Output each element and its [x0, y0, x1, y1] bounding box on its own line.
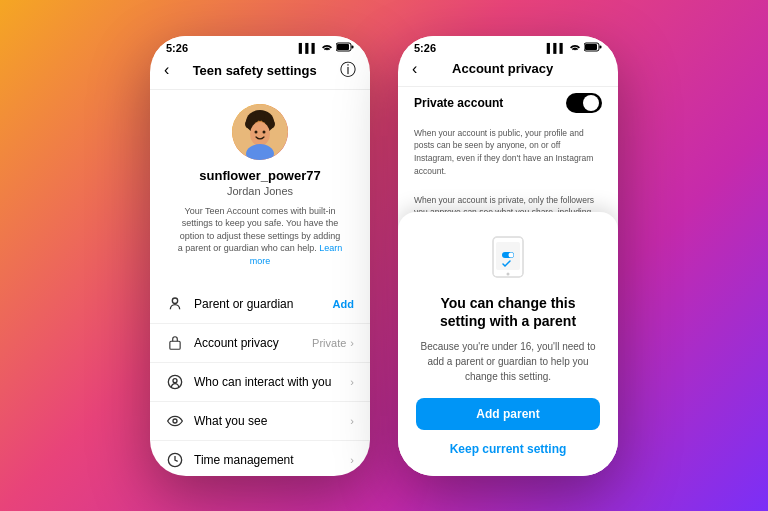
chevron-icon-see: ›	[350, 415, 354, 427]
private-account-toggle[interactable]	[566, 93, 602, 113]
teen-notice: Your Teen Account comes with built-in se…	[166, 205, 354, 268]
person-icon	[166, 295, 184, 313]
chevron-icon-privacy: ›	[350, 337, 354, 349]
svg-point-15	[172, 298, 177, 303]
interact-icon	[166, 373, 184, 391]
screen1-content: sunflower_power77 Jordan Jones Your Teen…	[150, 90, 370, 476]
chevron-icon-interact: ›	[350, 376, 354, 388]
svg-point-37	[507, 273, 510, 276]
svg-point-18	[173, 379, 177, 383]
avatar	[232, 104, 288, 160]
toggle-row: Private account	[398, 87, 618, 117]
status-bar-2: 5:26 ▌▌▌	[398, 36, 618, 56]
svg-point-19	[173, 419, 177, 423]
chevron-icon-time: ›	[350, 454, 354, 466]
status-icons-2: ▌▌▌	[547, 42, 602, 54]
svg-rect-30	[585, 44, 597, 50]
menu-label-parent: Parent or guardian	[194, 297, 293, 311]
svg-rect-1	[337, 44, 349, 50]
menu-item-time[interactable]: Time management ›	[150, 441, 370, 475]
status-icons-1: ▌▌▌	[299, 42, 354, 54]
wifi-icon	[321, 42, 333, 54]
modal-title: You can change this setting with a paren…	[416, 294, 600, 330]
screen-header-1: ‹ Teen safety settings ⓘ	[150, 56, 370, 90]
privacy-value: Private	[312, 337, 346, 349]
menu-label-see: What you see	[194, 414, 267, 428]
username-label: sunflower_power77	[199, 168, 320, 183]
phone-1: 5:26 ▌▌▌ ‹ Teen safety settings ⓘ	[150, 36, 370, 476]
back-button-2[interactable]: ‹	[412, 60, 417, 78]
menu-label-privacy: Account privacy	[194, 336, 279, 350]
battery-icon-2	[584, 42, 602, 54]
menu-list: Parent or guardian Add Account privacy	[150, 285, 370, 475]
svg-point-11	[250, 122, 270, 146]
menu-item-privacy[interactable]: Account privacy Private ›	[150, 324, 370, 363]
svg-point-12	[255, 130, 258, 133]
info-button-1[interactable]: ⓘ	[340, 60, 356, 81]
status-time-1: 5:26	[166, 42, 188, 54]
svg-point-10	[255, 111, 265, 121]
menu-label-time: Time management	[194, 453, 294, 467]
toggle-label: Private account	[414, 96, 503, 110]
realname-label: Jordan Jones	[227, 185, 293, 197]
svg-rect-31	[600, 45, 602, 48]
add-parent-button[interactable]: Add	[333, 298, 354, 310]
svg-rect-16	[170, 342, 180, 350]
status-bar-1: 5:26 ▌▌▌	[150, 36, 370, 56]
eye-icon	[166, 412, 184, 430]
signal-icon-2: ▌▌▌	[547, 43, 566, 53]
screen-title-1: Teen safety settings	[193, 63, 317, 78]
modal-icon-area	[416, 232, 600, 282]
screen-title-2: Account privacy	[452, 61, 553, 76]
signal-icon: ▌▌▌	[299, 43, 318, 53]
privacy-description-1: When your account is public, your profil…	[398, 117, 618, 184]
svg-point-36	[509, 253, 514, 258]
modal-overlay: You can change this setting with a paren…	[398, 212, 618, 475]
menu-item-parent[interactable]: Parent or guardian Add	[150, 285, 370, 324]
status-time-2: 5:26	[414, 42, 436, 54]
menu-item-see[interactable]: What you see ›	[150, 402, 370, 441]
phone-2: 5:26 ▌▌▌ ‹ Account privacy Private accou…	[398, 36, 618, 476]
back-button-1[interactable]: ‹	[164, 61, 169, 79]
modal-description: Because you're under 16, you'll need to …	[416, 339, 600, 384]
add-parent-modal-button[interactable]: Add parent	[416, 398, 600, 430]
svg-point-13	[263, 130, 266, 133]
menu-item-interact[interactable]: Who can interact with you ›	[150, 363, 370, 402]
menu-label-interact: Who can interact with you	[194, 375, 331, 389]
clock-icon	[166, 451, 184, 469]
svg-rect-2	[352, 45, 354, 48]
modal-illustration-icon	[483, 232, 533, 282]
toggle-knob	[583, 95, 599, 111]
modal-card: You can change this setting with a paren…	[398, 212, 618, 475]
screen2-content: Private account When your account is pub…	[398, 87, 618, 476]
battery-icon	[336, 42, 354, 54]
lock-icon	[166, 334, 184, 352]
screen-header-2: ‹ Account privacy	[398, 56, 618, 87]
wifi-icon-2	[569, 42, 581, 54]
keep-setting-button[interactable]: Keep current setting	[416, 438, 600, 460]
profile-section: sunflower_power77 Jordan Jones Your Teen…	[150, 90, 370, 286]
